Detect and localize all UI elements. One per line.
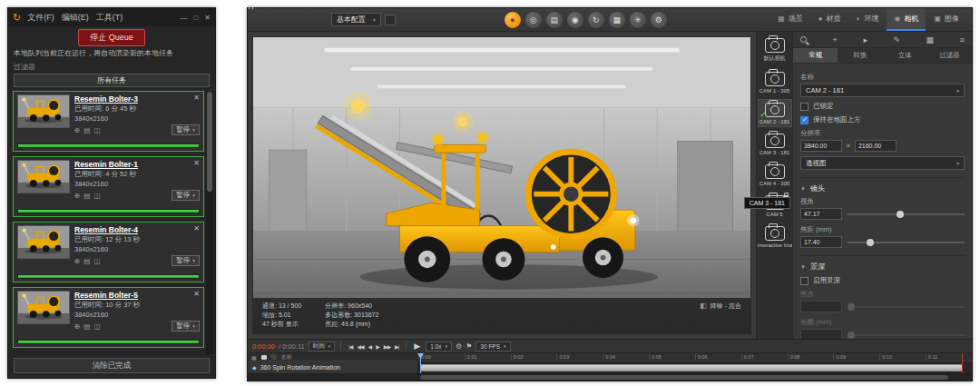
- camera-item[interactable]: CAM 3 - 181: [758, 130, 792, 158]
- close-task-icon[interactable]: ✕: [193, 224, 200, 233]
- prev-frame-button[interactable]: ◀: [367, 343, 374, 350]
- environment-sphere-icon[interactable]: ◎: [525, 12, 542, 28]
- timeline-scrollbar[interactable]: [248, 373, 972, 381]
- render-task-card[interactable]: ✕ Resemin Bolter-4 已用时间: 12 分: [13, 222, 204, 282]
- preview-icon[interactable]: ▤: [83, 257, 90, 265]
- list-view-icon[interactable]: ≡: [960, 35, 965, 45]
- keep-above-ground-checkbox[interactable]: [800, 116, 808, 124]
- dof-section-header[interactable]: ▼ 景深: [800, 255, 965, 272]
- locked-checkbox[interactable]: [800, 103, 808, 111]
- focal-length-slider[interactable]: [848, 242, 965, 243]
- playhead[interactable]: [420, 353, 421, 373]
- properties-sub-tab[interactable]: 立体: [883, 48, 927, 63]
- close-task-icon[interactable]: ✕: [193, 290, 200, 298]
- close-button[interactable]: ✕: [204, 14, 211, 22]
- render-task-card[interactable]: ✕ Resemin Bolter-3 已用时间: 6 分 4: [13, 91, 204, 152]
- tab-image[interactable]: ▣ 图像: [926, 8, 966, 31]
- info-icon[interactable]: ⊕: [74, 126, 80, 134]
- pause-button[interactable]: 暂停▾: [172, 124, 200, 135]
- maximize-button[interactable]: □: [193, 14, 198, 22]
- animation-clip-bar[interactable]: [420, 364, 963, 371]
- camera-item[interactable]: Interactive Image: [758, 223, 792, 251]
- fov-slider[interactable]: [848, 213, 965, 215]
- focal-length-field[interactable]: 17.40: [800, 236, 842, 248]
- task-name[interactable]: Resemin Bolter-3: [74, 94, 200, 104]
- render-task-card[interactable]: ✕ Resemin Bolter-5 已用时间: 10 分: [13, 287, 204, 348]
- task-name[interactable]: Resemin Bolter-4: [74, 225, 200, 234]
- close-task-icon[interactable]: ✕: [193, 159, 200, 167]
- go-end-button[interactable]: ▶|: [393, 343, 400, 350]
- timeline-ruler[interactable]: 0:000:010:020:030:040:050:060:070:080:09…: [418, 353, 972, 361]
- preset-dropdown[interactable]: 基本配置▾: [331, 13, 381, 26]
- render-icon[interactable]: ✳: [630, 12, 646, 28]
- play-button[interactable]: ▶: [412, 341, 422, 351]
- region-icon[interactable]: ◫: [93, 126, 100, 134]
- timeline-settings-icon[interactable]: ⚙: [456, 342, 462, 351]
- close-task-icon[interactable]: ✕: [193, 94, 200, 102]
- dof-enable-checkbox[interactable]: [800, 277, 808, 285]
- camera-item[interactable]: 默认相机: [758, 35, 792, 65]
- next-frame-button[interactable]: ▶: [374, 343, 381, 350]
- task-list-scrollbar[interactable]: [206, 91, 213, 354]
- prev-keyframe-button[interactable]: ◀◀: [355, 343, 365, 350]
- preview-icon[interactable]: ▤: [83, 126, 90, 134]
- info-icon[interactable]: ⊕: [74, 322, 80, 331]
- camera-name-dropdown[interactable]: CAM 2 - 181▾: [800, 84, 965, 97]
- fps-dropdown[interactable]: 30 FPS▾: [475, 341, 510, 351]
- fov-field[interactable]: 47.17: [800, 208, 842, 220]
- add-camera-icon[interactable]: +: [833, 35, 838, 45]
- go-start-button[interactable]: |◀: [347, 343, 354, 350]
- edit-icon[interactable]: ✎: [893, 35, 900, 45]
- flag-icon[interactable]: ⚑: [466, 342, 472, 351]
- timeline-mode-dropdown[interactable]: 时间▾: [309, 341, 336, 351]
- properties-sub-tab[interactable]: 过滤器: [927, 48, 972, 63]
- lens-type-dropdown[interactable]: 透视图▾: [800, 156, 965, 170]
- geometry-icon[interactable]: ▦: [609, 12, 625, 28]
- realtime-viewport[interactable]: 通道: 13 / 500缩放: 5.0147 秒前 显示 分辨率: 960x54…: [252, 36, 751, 334]
- tab-camera[interactable]: ◉ 相机: [887, 8, 926, 31]
- properties-sub-tab[interactable]: 常规: [793, 48, 838, 63]
- task-name[interactable]: Resemin Bolter-5: [74, 291, 200, 300]
- stop-queue-button[interactable]: 停止 Queue: [78, 29, 145, 46]
- pause-button[interactable]: 暂停▾: [172, 255, 200, 266]
- tab-environment[interactable]: ◐ 环境: [849, 8, 887, 31]
- menu-item[interactable]: 文件(F): [27, 12, 54, 24]
- clear-completed-button[interactable]: 清除已完成: [14, 358, 210, 373]
- resolution-height-field[interactable]: 2160.00: [855, 140, 897, 152]
- resolution-width-field[interactable]: 3840.00: [800, 140, 842, 152]
- camera-icon[interactable]: ◉: [567, 12, 583, 28]
- minimize-button[interactable]: —: [180, 14, 187, 22]
- lens-section-header[interactable]: ▼ 镜头: [800, 177, 965, 193]
- filter-dropdown[interactable]: 所有任务: [14, 74, 210, 87]
- preview-icon[interactable]: ▤: [83, 322, 90, 331]
- tab-scene[interactable]: ▦ 场景: [770, 8, 810, 31]
- region-icon[interactable]: ◫: [93, 192, 100, 200]
- library-icon[interactable]: ▤: [546, 12, 563, 28]
- animation-track-item[interactable]: ◆ 360 Spin Rotation Animation: [248, 361, 417, 373]
- track-lane[interactable]: [418, 361, 972, 373]
- properties-sub-tab[interactable]: 转换: [838, 48, 882, 63]
- reset-view-icon[interactable]: ↻: [588, 12, 604, 28]
- auto-key-icon[interactable]: Ⓐ: [271, 353, 277, 361]
- add-track-icon[interactable]: ▦: [251, 354, 257, 361]
- folder-icon[interactable]: ▸: [863, 35, 867, 45]
- preview-icon[interactable]: ▤: [83, 192, 90, 200]
- menu-item[interactable]: 编辑(E): [62, 12, 89, 24]
- settings-icon[interactable]: ⚙: [651, 12, 667, 28]
- camera-item[interactable]: CAM 4 - 305: [758, 161, 792, 189]
- pause-button[interactable]: 暂停▾: [172, 321, 200, 332]
- material-ball-icon[interactable]: ●: [505, 12, 521, 28]
- camera-item[interactable]: ✓ CAM 2 - 181: [758, 99, 792, 127]
- camera-item[interactable]: CAM 1 - 305: [758, 68, 792, 96]
- task-name[interactable]: Resemin Bolter-1: [74, 160, 200, 169]
- denoise-icon[interactable]: ◧: [700, 302, 707, 310]
- preset-step-box[interactable]: [385, 15, 396, 25]
- region-icon[interactable]: ◫: [93, 322, 100, 331]
- menu-item[interactable]: 工具(T): [96, 12, 123, 24]
- playback-speed-dropdown[interactable]: 1.0x▾: [426, 341, 452, 351]
- tab-material[interactable]: ● 材质: [811, 8, 848, 31]
- grid-view-icon[interactable]: ▦: [926, 35, 935, 45]
- next-keyframe-button[interactable]: ▶▶: [382, 343, 392, 350]
- info-icon[interactable]: ⊕: [74, 257, 80, 265]
- render-task-card[interactable]: ✕ Resemin Bolter-1 已用时间: 4 分 5: [13, 156, 204, 217]
